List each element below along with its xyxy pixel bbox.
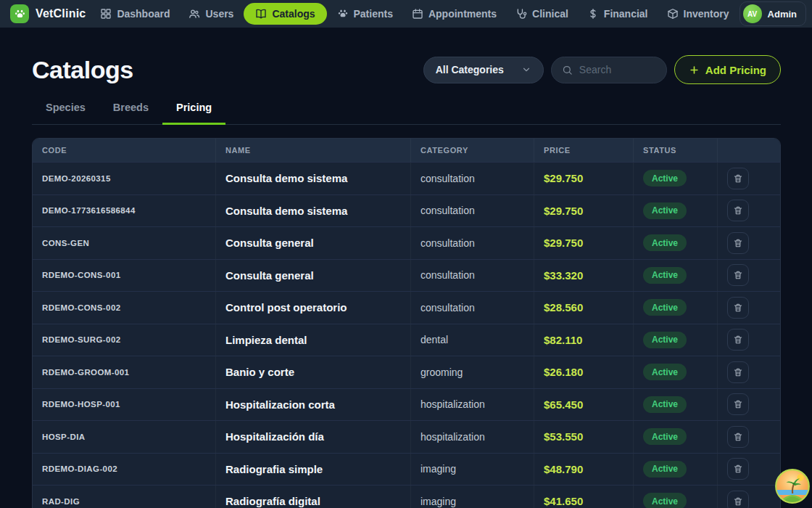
nav-item-label: Inventory xyxy=(684,8,729,20)
nav-item-appointments[interactable]: Appointments xyxy=(403,4,505,24)
trash-icon xyxy=(733,335,743,345)
cell-price: $26.180 xyxy=(544,366,583,378)
nav-item-patients[interactable]: Patients xyxy=(328,4,402,24)
delete-row-button[interactable] xyxy=(727,297,749,319)
cell-category: consultation xyxy=(420,302,475,314)
delete-row-button[interactable] xyxy=(727,200,749,221)
cell-name: Hospitalizacion corta xyxy=(225,398,335,411)
nav-item-dashboard[interactable]: Dashboard xyxy=(91,4,178,24)
cell-name: Hospitalización día xyxy=(225,430,324,443)
table-row: DEMO-20260315Consulta demo sistemaconsul… xyxy=(33,162,780,194)
nav-item-catalogs[interactable]: Catalogs xyxy=(244,3,326,25)
cell-price: $41.650 xyxy=(544,495,583,507)
cell-code: RDEMO-HOSP-001 xyxy=(42,400,120,409)
dashboard-icon xyxy=(100,8,112,20)
cell-code: RDEMO-DIAG-002 xyxy=(42,464,117,473)
cell-price: $29.750 xyxy=(544,172,583,184)
cell-code: HOSP-DIA xyxy=(42,433,85,441)
delete-row-button[interactable] xyxy=(727,491,749,508)
nav-item-label: Financial xyxy=(604,8,648,20)
island-icon xyxy=(775,469,810,504)
column-header-status: Status xyxy=(634,139,718,162)
user-label: Admin xyxy=(768,9,797,20)
cell-category: imaging xyxy=(420,496,456,507)
tab-species[interactable]: Species xyxy=(32,102,99,125)
cell-name: Banio y corte xyxy=(225,366,294,378)
tab-breeds[interactable]: Breeds xyxy=(99,102,162,125)
delete-row-button[interactable] xyxy=(727,168,749,189)
cell-category: consultation xyxy=(420,173,475,184)
status-badge: Active xyxy=(643,299,687,316)
delete-row-button[interactable] xyxy=(727,232,749,254)
cell-code: RDEMO-GROOM-001 xyxy=(42,368,129,377)
page-title: Catalogs xyxy=(32,56,133,84)
cell-code: DEMO-20260315 xyxy=(42,174,111,183)
delete-row-button[interactable] xyxy=(727,393,749,415)
status-badge: Active xyxy=(643,396,687,413)
search-icon xyxy=(562,65,573,75)
column-header-code: Code xyxy=(33,139,216,162)
main-content: Catalogs All Categories Add Pricing Spec… xyxy=(0,55,812,508)
trash-icon xyxy=(733,173,743,184)
nav-item-clinical[interactable]: Clinical xyxy=(507,4,577,24)
cell-price: $53.550 xyxy=(544,430,583,443)
cell-price: $33.320 xyxy=(544,269,583,282)
status-badge: Active xyxy=(643,332,687,348)
status-badge: Active xyxy=(643,170,687,187)
cell-name: Radiografia simple xyxy=(225,463,323,475)
brand-name: VetClinic xyxy=(36,7,86,20)
search-box[interactable] xyxy=(551,57,667,83)
search-input[interactable] xyxy=(579,64,656,75)
cell-code: RDEMO-CONS-001 xyxy=(42,271,120,279)
pricing-table: CodeNameCategoryPriceStatus DEMO-2026031… xyxy=(32,138,781,508)
cell-price: $28.560 xyxy=(544,301,583,314)
nav-item-inventory[interactable]: Inventory xyxy=(658,4,738,24)
column-header-price: Price xyxy=(534,139,634,162)
column-header-category: Category xyxy=(411,139,534,162)
cell-code: RDEMO-CONS-002 xyxy=(42,303,120,312)
cell-name: Radiografía digital xyxy=(225,495,320,507)
table-row: HOSP-DIAHospitalización díahospitalizati… xyxy=(33,420,780,453)
category-filter-value: All Categories xyxy=(436,64,504,75)
nav-item-label: Dashboard xyxy=(117,8,170,20)
trash-icon xyxy=(733,367,743,377)
cell-price: $29.750 xyxy=(544,205,583,217)
cell-category: consultation xyxy=(420,269,475,281)
delete-row-button[interactable] xyxy=(727,329,749,351)
cell-price: $29.750 xyxy=(544,237,583,249)
brand[interactable]: VetClinic xyxy=(6,4,90,23)
toolbar: All Categories Add Pricing xyxy=(423,55,781,84)
calendar-icon xyxy=(412,8,423,20)
table-header-row: CodeNameCategoryPriceStatus xyxy=(33,139,780,162)
trash-icon xyxy=(733,496,743,507)
cell-code: RAD-DIG xyxy=(42,497,80,506)
nav-item-label: Clinical xyxy=(532,8,568,20)
nav-item-users[interactable]: Users xyxy=(180,4,242,24)
table-row: RDEMO-CONS-001Consulta generalconsultati… xyxy=(33,259,780,292)
users-icon xyxy=(188,8,200,20)
table-body: DEMO-20260315Consulta demo sistemaconsul… xyxy=(33,162,780,508)
nav-item-label: Users xyxy=(205,8,233,20)
user-menu[interactable]: AV Admin xyxy=(740,1,806,26)
cell-name: Consulta general xyxy=(225,269,314,282)
trash-icon xyxy=(733,238,743,248)
cell-code: CONS-GEN xyxy=(42,239,89,247)
nav-item-label: Catalogs xyxy=(272,8,315,20)
category-filter-select[interactable]: All Categories xyxy=(423,57,544,83)
island-widget-button[interactable] xyxy=(775,469,810,504)
nav-item-label: Patients xyxy=(354,8,393,20)
book-icon xyxy=(255,8,267,20)
chevron-down-icon xyxy=(521,65,531,75)
status-badge: Active xyxy=(643,428,687,445)
trash-icon xyxy=(733,205,743,216)
add-pricing-button[interactable]: Add Pricing xyxy=(674,55,781,84)
delete-row-button[interactable] xyxy=(727,426,749,448)
delete-row-button[interactable] xyxy=(727,458,749,480)
tab-pricing[interactable]: Pricing xyxy=(162,102,225,125)
delete-row-button[interactable] xyxy=(727,361,749,383)
delete-row-button[interactable] xyxy=(727,264,749,286)
tab-bar: SpeciesBreedsPricing xyxy=(32,102,781,125)
trash-icon xyxy=(733,464,743,474)
nav-item-financial[interactable]: Financial xyxy=(579,4,657,24)
column-header-name: Name xyxy=(216,139,411,162)
